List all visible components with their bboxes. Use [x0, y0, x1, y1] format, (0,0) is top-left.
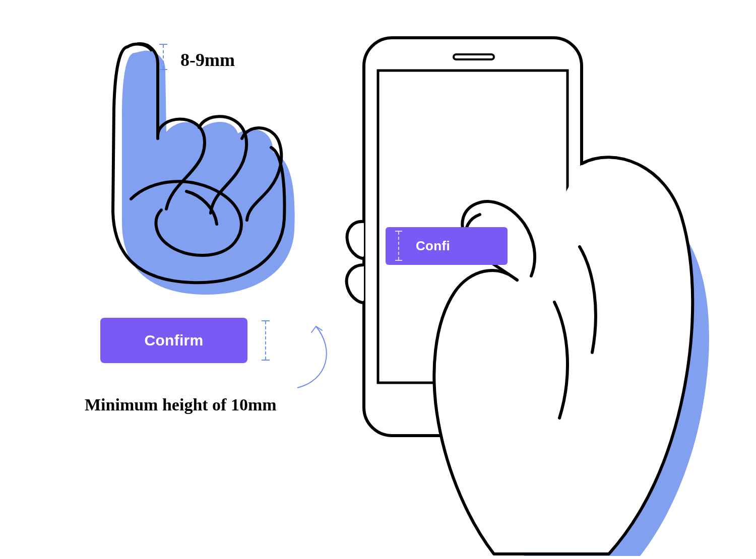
svg-rect-1 — [454, 54, 494, 59]
svg-rect-2 — [378, 71, 568, 383]
phone-confirm-button: Confi — [386, 227, 508, 265]
confirm-button-example: Confirm — [100, 318, 247, 363]
svg-point-3 — [458, 395, 488, 426]
phone-button-height-indicator — [395, 231, 402, 261]
button-height-indicator — [262, 320, 270, 361]
phone-in-hand-illustration — [343, 30, 756, 559]
pointing-hand-illustration — [71, 38, 297, 300]
fingertip-width-indicator — [159, 44, 167, 70]
minimum-height-label: Minimum height of 10mm — [85, 395, 277, 414]
callout-arrow-icon — [280, 322, 340, 393]
fingertip-width-label: 8-9mm — [180, 49, 235, 71]
